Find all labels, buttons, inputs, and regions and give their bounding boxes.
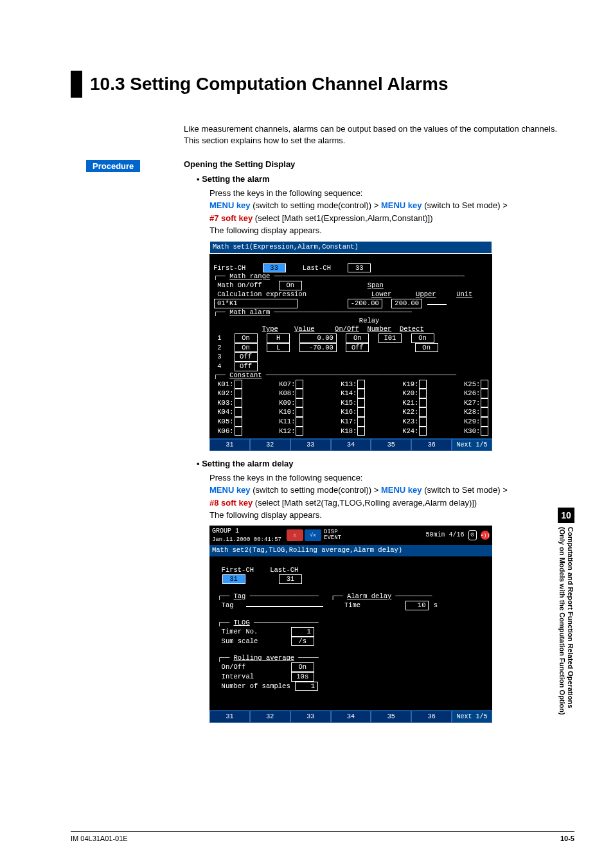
calc-icon: √x <box>305 529 321 541</box>
screen-math-set1: Math set1(Expression,Alarm,Constant) Fir… <box>209 241 492 451</box>
screen2-softkey-row: 31 32 33 34 35 36 Next 1/5 <box>209 710 492 723</box>
last-ch-field[interactable]: 33 <box>348 263 371 273</box>
delay-time-field[interactable]: 10 <box>405 601 429 610</box>
title-accent-bar <box>71 71 82 98</box>
alarm2-detect[interactable]: On <box>415 343 438 353</box>
alarm1-value[interactable]: 0.00 <box>299 333 337 343</box>
softkey-32[interactable]: 32 <box>250 439 290 451</box>
title-text: 10.3 Setting Computation Channel Alarms <box>90 74 448 94</box>
softkey-32-b[interactable]: 32 <box>250 711 290 723</box>
alarm2-type[interactable]: L <box>267 343 290 353</box>
softkey-31[interactable]: 31 <box>209 439 250 451</box>
alarm-heading: Setting the alarm <box>197 173 574 186</box>
screen2-title: Math set2(Tag,TLOG,Rolling average,Alarm… <box>209 545 492 556</box>
screen1-title: Math set1(Expression,Alarm,Constant) <box>209 241 492 254</box>
softkey-7: #7 soft key <box>209 213 253 223</box>
alarm1-detect[interactable]: On <box>411 333 434 343</box>
delay-press-line: Press the keys in the following sequence… <box>209 472 574 484</box>
page-footer: IM 04L31A01-01E 10-5 <box>71 831 574 842</box>
alarm-icon: ⚠ <box>287 529 303 541</box>
chapter-tab-text: Computation and Report Function Related … <box>558 527 574 715</box>
tag-field[interactable] <box>246 606 323 607</box>
record-icon: •)) <box>481 531 490 540</box>
datetime-label: Jan.11.2000 00:41:57 <box>212 536 281 545</box>
calc-expr-field[interactable]: 01*K1 <box>214 299 298 308</box>
last-ch-field-2[interactable]: 31 <box>279 574 302 584</box>
softkey-36[interactable]: 36 <box>411 439 452 451</box>
softkey-36-b[interactable]: 36 <box>411 711 452 723</box>
intro-paragraph: Like measurement channels, alarms can be… <box>184 123 574 146</box>
softkey-35[interactable]: 35 <box>371 439 411 451</box>
procedure-label: Procedure <box>86 160 140 172</box>
delay-following-line: The following display appears. <box>209 509 574 522</box>
alarm2-relay[interactable]: Off <box>346 343 369 353</box>
alarm3-on[interactable]: Off <box>235 352 258 362</box>
chapter-tab-number: 10 <box>558 508 574 523</box>
event-label: EVENT <box>324 535 341 541</box>
opening-heading: Opening the Setting Display <box>184 159 574 169</box>
alarm-press-line: Press the keys in the following sequence… <box>209 187 574 200</box>
time-chip: 50min <box>426 530 445 540</box>
screen-math-set2: GROUP 1 Jan.11.2000 00:41:57 ⚠ √x DISP E… <box>209 526 492 723</box>
disk-icon: ◎ <box>468 530 477 540</box>
alarm2-on[interactable]: On <box>235 343 258 353</box>
delay-heading: Setting the alarm delay <box>197 457 574 470</box>
screen2-header: GROUP 1 Jan.11.2000 00:41:57 ⚠ √x DISP E… <box>209 526 492 545</box>
page-number: 10-5 <box>560 835 574 842</box>
alarm1-relay[interactable]: On <box>346 333 369 343</box>
roll-onoff-field[interactable]: On <box>291 662 314 672</box>
delay-softkey-line: #8 soft key (select [Math set2(Tag,TLOG,… <box>209 497 574 509</box>
sum-scale-field[interactable]: /s <box>291 637 314 646</box>
softkey-next[interactable]: Next 1/5 <box>452 439 492 451</box>
alarm-softkey-line: #7 soft key (select [Math set1(Expressio… <box>209 212 574 225</box>
softkey-34-b[interactable]: 34 <box>331 711 371 723</box>
alarm1-on[interactable]: On <box>235 333 258 343</box>
span-upper-field[interactable]: 200.00 <box>391 299 422 308</box>
softkey-34[interactable]: 34 <box>331 439 371 451</box>
alarm1-type[interactable]: H <box>267 333 290 343</box>
alarm2-value[interactable]: -70.00 <box>299 343 337 353</box>
alarm4-on[interactable]: Off <box>235 362 258 371</box>
softkey-next-b[interactable]: Next 1/5 <box>452 711 492 723</box>
section-title: 10.3 Setting Computation Channel Alarms <box>71 71 574 98</box>
unit-field[interactable] <box>427 304 447 305</box>
menu-key-text-3: MENU key <box>209 485 251 495</box>
interval-field[interactable]: 10s <box>291 672 314 682</box>
first-ch-field[interactable]: 33 <box>263 263 286 273</box>
alarm-keyseq: MENU key (switch to setting mode(control… <box>209 199 574 212</box>
group-label: GROUP 1 <box>212 527 239 535</box>
delay-keyseq: MENU key (switch to setting mode(control… <box>209 484 574 497</box>
softkey-33[interactable]: 33 <box>290 439 331 451</box>
softkey-8: #8 soft key <box>209 498 253 508</box>
menu-key-text: MENU key <box>209 200 251 210</box>
softkey-35-b[interactable]: 35 <box>371 711 411 723</box>
alarm1-number[interactable]: I01 <box>378 333 402 343</box>
span-lower-field[interactable]: -200.00 <box>348 299 382 308</box>
manual-id: IM 04L31A01-01E <box>71 835 128 842</box>
timer-no-field[interactable]: 1 <box>291 627 314 637</box>
page-chip: 4/16 <box>449 530 465 540</box>
menu-key-text-2: MENU key <box>381 200 422 210</box>
math-onoff-field[interactable]: On <box>279 281 302 290</box>
softkey-31-b[interactable]: 31 <box>209 711 250 723</box>
screen1-softkey-row: 31 32 33 34 35 36 Next 1/5 <box>209 438 492 451</box>
softkey-33-b[interactable]: 33 <box>290 711 331 723</box>
chapter-tab: 10 Computation and Report Function Relat… <box>558 508 574 771</box>
alarm-following-line: The following display appears. <box>209 224 574 237</box>
menu-key-text-4: MENU key <box>381 485 422 495</box>
first-ch-field-2[interactable]: 31 <box>222 574 245 584</box>
samples-field[interactable]: 1 <box>295 682 318 691</box>
